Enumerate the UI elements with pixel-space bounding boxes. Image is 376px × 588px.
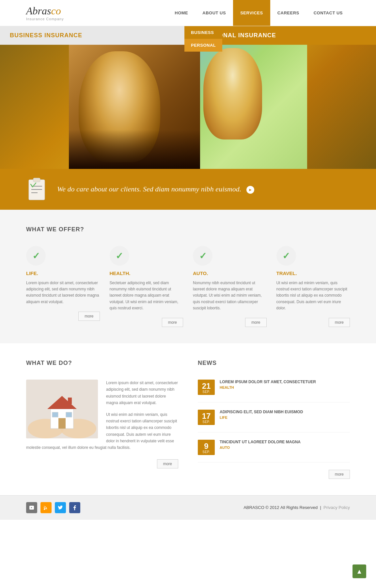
news-item-2: 17 SEP. ADIPISCING ELIT, SED DIAM NIBH E… [198,410,350,433]
offers-title: WHAT WE OFFER? [26,226,350,233]
youtube-icon[interactable] [26,502,37,513]
svg-rect-11 [52,412,58,417]
health-title: HEALTH. [110,270,183,276]
logo: Abrasco Insurance Company [26,5,64,21]
news-title: NEWS [198,360,350,367]
footer-copy: ABRASCО © 2012 All Rights Reserved | Pri… [243,505,350,510]
auto-more-button[interactable]: more [245,318,266,327]
health-text: Sectetuer adipiscing elit, sed diam nonu… [110,280,183,311]
nav-careers[interactable]: CAREERS [270,0,306,26]
hero-image [0,45,376,169]
news-content-2: ADIPISCING ELIT, SED DIAM NIBH EUISMOD L… [220,410,303,419]
what-we-do-title: WHAT WE DO? [26,360,178,367]
life-title: LIFE. [26,270,100,276]
logo-subtitle: Insurance Company [26,17,64,21]
news-col: NEWS 21 SEP. LOREM IPSUM DOLOR SIT AMET,… [198,360,350,479]
health-check-icon: ✓ [110,246,129,266]
offer-travel: ✓ TRAVEL. Ut wisi enim ad minim veniam, … [276,246,350,327]
main-nav: HOME ABOUT US SERVICES CAREERS CONTACT U… [167,0,350,26]
offer-life: ✓ LIFE. Lorem ipsum dolor sit amet, cons… [26,246,100,327]
tab-business-insurance[interactable]: BUSINESS INSURANCE [0,26,185,45]
offers-section: WHAT WE OFFER? ✓ LIFE. Lorem ipsum dolor… [0,210,376,343]
news-item-1: 21 SEP. LOREM IPSUM DOLOR SIT AMET, CONS… [198,380,350,402]
life-text: Lorem ipsum dolor sit amet, consectetuer… [26,280,100,305]
health-more-button[interactable]: more [162,318,183,327]
hero-banner: We do care about our clients. Sed diam n… [0,169,376,210]
logo-text: Abrasco [26,5,64,17]
life-check-icon: ✓ [26,246,46,266]
svg-rect-1 [33,178,40,182]
news-date-2: 17 SEP. [198,410,215,425]
dropdown-primary: BUSINESS PERSONAL [184,26,222,52]
offer-health: ✓ HEALTH. Sectetuer adipiscing elit, sed… [110,246,183,327]
travel-check-icon: ✓ [276,246,296,266]
nav-contact[interactable]: CONTACT US [306,0,350,26]
dropdown-business[interactable]: BUSINESS [184,26,222,39]
news-date-1: 21 SEP. [198,380,215,395]
privacy-link[interactable]: Privacy Policy [323,505,350,510]
life-more-button[interactable]: more [78,312,100,321]
clipboard-icon [26,177,47,202]
auto-check-icon: ✓ [193,246,212,266]
svg-point-14 [44,509,45,510]
travel-title: TRAVEL. [276,270,350,276]
travel-more-button[interactable]: more [329,318,350,327]
svg-rect-13 [68,398,72,404]
nav-home[interactable]: HOME [167,0,195,26]
news-content-3: TINCIDUNT UT LAOREET DOLORE MAGNA AUTO [220,440,301,449]
auto-text: Nonummy nibh euismod tincidunt ut laoree… [193,280,267,311]
two-col-section: WHAT WE DO? [0,343,376,495]
twitter-icon[interactable] [55,502,66,513]
news-item-3: 9 SEP. TINCIDUNT UT LAOREET DOLORE MAGNA… [198,440,350,463]
travel-text: Ut wisi enim ad minim veniam, quis nostr… [276,280,350,311]
rss-icon[interactable] [40,502,52,513]
header: Abrasco Insurance Company HOME ABOUT US … [0,0,376,26]
auto-title: AUTO. [193,270,267,276]
tagline-arrow[interactable] [246,186,254,194]
news-content-1: LOREM IPSUM DOLOR SIT AMET, CONSECTETUER… [220,380,316,389]
what-we-do-more-button[interactable]: more [157,459,178,468]
svg-rect-12 [66,412,72,417]
news-more-button[interactable]: more [329,470,350,479]
services-dropdown: BUSINESS PERSONAL [184,26,222,52]
hero-tagline: We do care about our clients. Sed diam n… [57,184,254,194]
social-icons [26,502,80,513]
dropdown-personal[interactable]: PERSONAL [184,39,222,52]
facebook-icon[interactable] [69,502,80,513]
news-date-3: 9 SEP. [198,440,215,455]
offer-auto: ✓ AUTO. Nonummy nibh euismod tincidunt u… [193,246,267,327]
svg-rect-10 [58,418,66,429]
offers-grid: ✓ LIFE. Lorem ipsum dolor sit amet, cons… [26,246,350,327]
nav-services[interactable]: SERVICES [233,0,270,26]
what-we-do-col: WHAT WE DO? [26,360,178,479]
nav-about[interactable]: ABOUT US [195,0,233,26]
house-image [26,380,98,438]
footer: ABRASCО © 2012 All Rights Reserved | Pri… [0,495,376,520]
